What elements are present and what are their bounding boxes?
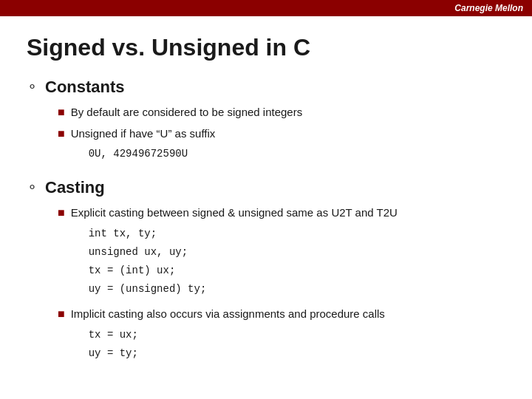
- explicit-casting-code: int tx, ty; unsigned ux, uy; tx = (int) …: [89, 225, 398, 299]
- bullet-casting: ⚬ Casting: [27, 178, 505, 197]
- code-line-4: uy = (unsigned) ty;: [89, 280, 398, 299]
- sub-bullet-explicit: ■ Explicit casting between signed & unsi…: [58, 205, 505, 299]
- sub-bullet-marker-explicit: ■: [58, 206, 65, 219]
- implicit-casting-text: Implicit casting also occurs via assignm…: [71, 307, 385, 320]
- sub-bullet-unsigned-suffix: ■ Unsigned if have “U” as suffix 0U, 429…: [58, 126, 505, 164]
- sub-bullet-unsigned-content: Unsigned if have “U” as suffix 0U, 42949…: [71, 126, 216, 164]
- unsigned-code: 0U, 42949672590U: [89, 145, 216, 163]
- code-line-2: unsigned ux, uy;: [89, 243, 398, 262]
- bullet-circle-casting-icon: ⚬: [27, 179, 38, 196]
- sub-bullet-signed: ■ By default are considered to be signed…: [58, 104, 505, 121]
- section-constants: ⚬ Constants ■ By default are considered …: [27, 78, 505, 163]
- page-title: Signed vs. Unsigned in C: [27, 34, 505, 61]
- implicit-code-line-1: tx = ux;: [89, 326, 385, 344]
- code-line-3: tx = (int) ux;: [89, 262, 398, 280]
- bullet-circle-icon: ⚬: [27, 78, 38, 95]
- code-line-1: int tx, ty;: [89, 225, 398, 243]
- bullet-constants: ⚬ Constants: [27, 78, 505, 97]
- explicit-casting-content: Explicit casting between signed & unsign…: [71, 205, 398, 299]
- sub-bullet-marker-1: ■: [58, 106, 65, 119]
- brand-label: Carnegie Mellon: [454, 3, 523, 13]
- implicit-casting-content: Implicit casting also occurs via assignm…: [71, 306, 385, 363]
- explicit-casting-text: Explicit casting between signed & unsign…: [71, 206, 398, 219]
- section-casting: ⚬ Casting ■ Explicit casting between sig…: [27, 178, 505, 363]
- sub-bullet-marker-implicit: ■: [58, 307, 65, 321]
- sub-bullet-signed-text: By default are considered to be signed i…: [71, 104, 303, 121]
- header-bar: Carnegie Mellon: [0, 0, 532, 16]
- casting-label: Casting: [45, 178, 105, 197]
- constants-subbullets: ■ By default are considered to be signed…: [58, 104, 505, 163]
- casting-subbullets: ■ Explicit casting between signed & unsi…: [58, 205, 505, 363]
- constants-label: Constants: [45, 78, 125, 97]
- sub-bullet-unsigned-text: Unsigned if have “U” as suffix: [71, 127, 216, 140]
- main-content: Signed vs. Unsigned in C ⚬ Constants ■ B…: [0, 16, 532, 392]
- implicit-code-line-2: uy = ty;: [89, 344, 385, 363]
- sub-bullet-implicit: ■ Implicit casting also occurs via assig…: [58, 306, 505, 363]
- implicit-casting-code: tx = ux; uy = ty;: [89, 326, 385, 363]
- sub-bullet-marker-2: ■: [58, 127, 65, 140]
